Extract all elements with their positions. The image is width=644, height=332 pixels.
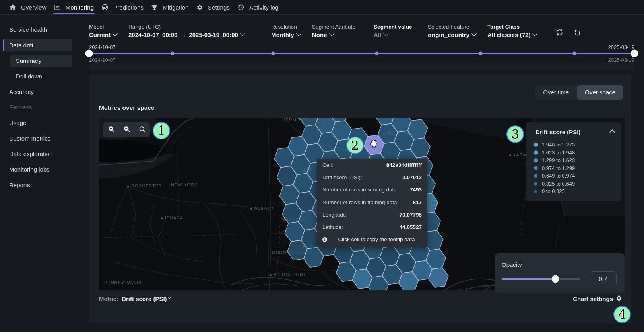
nav-item-label: Overview — [21, 4, 47, 11]
zoom-out-button[interactable] — [122, 125, 132, 135]
view-toggle: Over timeOver space — [535, 85, 623, 100]
map-legend: Drift score (PSI) 1.948 to 2.2731.623 to… — [526, 122, 621, 201]
nav-item-predictions[interactable]: Predictions — [101, 0, 144, 14]
filter-value-text: All classes (72) — [487, 31, 530, 38]
filter-value-model[interactable]: Current — [89, 31, 117, 38]
timeline-strip — [89, 63, 634, 70]
legend-hex-swatch — [533, 158, 542, 163]
app-root: OverviewMonitoringPredictionsMitigationS… — [0, 0, 644, 332]
sidebar-item-custom-metrics[interactable]: Custom metrics — [3, 132, 72, 145]
history-icon — [237, 4, 244, 11]
nav-item-settings[interactable]: Settings — [196, 0, 230, 14]
timeline-tick — [375, 52, 378, 55]
timeline-handle-start[interactable] — [85, 50, 93, 57]
sidebar-item-monitoring-jobs[interactable]: Monitoring jobs — [3, 163, 72, 176]
chevron-down-icon — [329, 31, 334, 36]
zoom-in-icon — [107, 125, 115, 135]
tooltip-label: Cell: — [322, 162, 333, 168]
filter-value-text: origin_country — [428, 31, 469, 38]
nav-item-label: Activity log — [249, 4, 279, 11]
sidebar-item-data-exploration[interactable]: Data exploration — [3, 148, 72, 160]
zoom-reset-icon — [138, 125, 146, 135]
sidebar-item-usage[interactable]: Usage — [3, 117, 72, 129]
map-place-label: ROCHESTER — [127, 184, 162, 188]
timeline-track[interactable] — [89, 53, 634, 54]
sidebar-item-summary[interactable]: Summary — [10, 55, 72, 67]
sidebar-item-accuracy[interactable]: Accuracy — [3, 86, 72, 98]
tooltip-label: Number of rows in scoring data: — [322, 187, 398, 193]
toggle-option-over-space[interactable]: Over space — [577, 85, 623, 100]
timeline-end-label-top: 2025-03-19 — [608, 44, 635, 50]
chart-line-icon — [54, 4, 61, 11]
sidebar: Service healthData driftSummaryDrill dow… — [0, 15, 89, 332]
timeline-tick — [171, 52, 175, 55]
opacity-slider[interactable] — [502, 278, 580, 280]
target-icon — [101, 4, 109, 11]
hex-cell[interactable] — [429, 268, 448, 287]
chart-settings-label: Chart settings — [573, 295, 613, 302]
undo-icon — [573, 31, 581, 37]
zoom-reset-button[interactable] — [138, 125, 147, 135]
home-icon — [9, 4, 16, 11]
filter-value-resolution[interactable]: Monthly — [271, 31, 301, 38]
filter-resolution: ResolutionMonthly — [271, 24, 301, 38]
legend-hex-swatch — [533, 182, 542, 186]
timeline-handle-end[interactable] — [631, 50, 638, 57]
filter-range: Range (UTC)2024-10-07 00:00→2025-03-19 0… — [128, 24, 244, 38]
filter-value-range[interactable]: 2024-10-07 00:00→2025-03-19 00:00 — [128, 31, 244, 38]
timeline-tick — [479, 52, 482, 55]
filter-label: Segment Attribute — [312, 24, 355, 30]
toggle-option-over-time[interactable]: Over time — [535, 85, 577, 100]
metric-selector[interactable]: Drift score (PSI) — [122, 295, 171, 302]
filter-value-selected-feature[interactable]: origin_country — [428, 31, 476, 38]
zoom-in-button[interactable] — [107, 125, 116, 135]
annotation-badge-4: 4 — [613, 306, 631, 323]
filter-value-target-class[interactable]: All classes (72) — [487, 31, 537, 38]
chevron-down-icon — [240, 31, 245, 36]
chevron-down-icon — [533, 31, 538, 36]
legend-range-label: 1.299 to 1.623 — [542, 157, 575, 163]
filter-value-segment-value[interactable]: All — [374, 31, 412, 38]
filter-label: Target Class — [487, 24, 537, 30]
arrow-right-icon: → — [179, 31, 187, 38]
tooltip-value: 7493 — [410, 187, 422, 193]
opacity-slider-knob[interactable] — [551, 275, 559, 283]
sidebar-item-data-drift[interactable]: Data drift — [3, 39, 72, 51]
sidebar-item-service-health[interactable]: Service health — [3, 23, 72, 36]
chevron-down-icon — [167, 295, 171, 299]
undo-button[interactable] — [573, 29, 581, 37]
tooltip-label: Number of rows in training data: — [322, 199, 398, 205]
map-tooltip: Cell:842a34dffffffffDrift score (PSI):0.… — [317, 159, 427, 247]
panel-heading: Metrics over space — [99, 104, 155, 111]
legend-range-label: 1.948 to 2.273 — [542, 142, 575, 148]
annotation-badge-3: 3 — [506, 125, 524, 143]
hand-cursor — [370, 139, 379, 150]
place-dot — [127, 186, 129, 187]
filter-toolbar: ModelCurrentRange (UTC)2024-10-07 00:00→… — [89, 24, 634, 41]
tooltip-row: Cell:842a34dffffffff — [322, 159, 422, 171]
tooltip-value: 44.05527 — [400, 224, 422, 230]
metric-row: Metric: Drift score (PSI) Chart settings — [99, 295, 622, 303]
sidebar-item-reports[interactable]: Reports — [3, 179, 72, 191]
nav-item-monitoring[interactable]: Monitoring — [54, 0, 94, 14]
tooltip-row: Longitude:-70.07795 — [322, 209, 422, 221]
legend-title: Drift score (PSI) — [533, 129, 621, 135]
timeline-start-label-top: 2024-10-07 — [89, 44, 116, 50]
tooltip-row: Number of rows in scoring data:7493 — [322, 184, 422, 196]
tooltip-row: Drift score (PSI):0.07012 — [322, 171, 422, 184]
sidebar-item-drill-down[interactable]: Drill down — [10, 70, 72, 82]
map-place-label: PENNSYLVANIA — [104, 280, 142, 285]
refresh-icon — [556, 31, 563, 37]
sidebar-item-fairness[interactable]: Fairness — [3, 101, 72, 113]
chart-settings-button[interactable]: Chart settings — [573, 295, 622, 303]
legend-row: 0 to 0.325 — [533, 187, 621, 195]
trophy-icon — [151, 4, 158, 11]
refresh-button[interactable] — [556, 29, 564, 37]
nav-item-mitigation[interactable]: Mitigation — [151, 0, 189, 14]
nav-item-label: Monitoring — [66, 4, 94, 11]
nav-item-overview[interactable]: Overview — [9, 0, 47, 14]
timeline-end-label-bottom: 2025-03-19 — [608, 57, 635, 63]
nav-item-label: Predictions — [113, 4, 144, 11]
nav-item-activity-log[interactable]: Activity log — [237, 0, 279, 14]
filter-value-segment-attribute[interactable]: None — [312, 31, 355, 38]
